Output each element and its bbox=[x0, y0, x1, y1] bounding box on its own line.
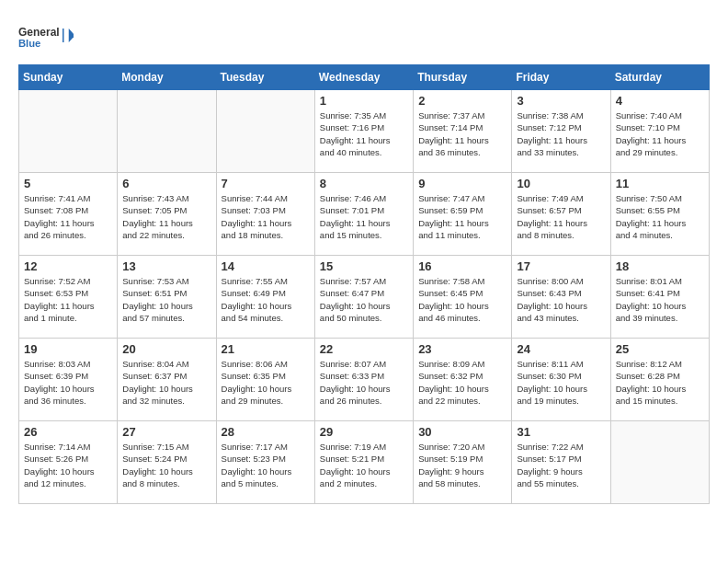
calendar-day-cell: 2Sunrise: 7:37 AM Sunset: 7:14 PM Daylig… bbox=[414, 90, 512, 173]
calendar-day-cell: 25Sunrise: 8:12 AM Sunset: 6:28 PM Dayli… bbox=[610, 339, 709, 421]
logo-svg: General Blue bbox=[18, 18, 74, 55]
calendar-day-cell: 14Sunrise: 7:55 AM Sunset: 6:49 PM Dayli… bbox=[216, 256, 314, 339]
calendar-week-row: 5Sunrise: 7:41 AM Sunset: 7:08 PM Daylig… bbox=[19, 173, 710, 256]
day-number: 5 bbox=[24, 177, 112, 190]
day-number: 21 bbox=[222, 342, 310, 356]
calendar-week-row: 26Sunrise: 7:14 AM Sunset: 5:26 PM Dayli… bbox=[19, 421, 710, 504]
day-number: 20 bbox=[122, 342, 210, 356]
svg-marker-2 bbox=[69, 29, 74, 42]
calendar-day-cell: 22Sunrise: 8:07 AM Sunset: 6:33 PM Dayli… bbox=[314, 339, 413, 421]
calendar-day-cell: 1Sunrise: 7:35 AM Sunset: 7:16 PM Daylig… bbox=[314, 90, 413, 173]
svg-text:General: General bbox=[18, 26, 60, 39]
day-number: 18 bbox=[616, 259, 704, 273]
calendar-day-cell: 26Sunrise: 7:14 AM Sunset: 5:26 PM Dayli… bbox=[19, 421, 118, 504]
day-number: 29 bbox=[320, 425, 408, 439]
calendar-header-saturday: Saturday bbox=[610, 65, 709, 90]
day-number: 6 bbox=[122, 177, 210, 190]
calendar-day-cell: 27Sunrise: 7:15 AM Sunset: 5:24 PM Dayli… bbox=[118, 421, 216, 504]
calendar-day-cell: 20Sunrise: 8:04 AM Sunset: 6:37 PM Dayli… bbox=[118, 339, 216, 421]
day-info: Sunrise: 8:03 AM Sunset: 6:39 PM Dayligh… bbox=[24, 358, 112, 407]
day-info: Sunrise: 7:57 AM Sunset: 6:47 PM Dayligh… bbox=[320, 275, 408, 324]
day-info: Sunrise: 7:20 AM Sunset: 5:19 PM Dayligh… bbox=[418, 441, 506, 489]
calendar-header-thursday: Thursday bbox=[414, 65, 512, 90]
calendar-day-cell: 15Sunrise: 7:57 AM Sunset: 6:47 PM Dayli… bbox=[314, 256, 413, 339]
day-info: Sunrise: 7:40 AM Sunset: 7:10 PM Dayligh… bbox=[616, 109, 704, 158]
day-number: 26 bbox=[24, 425, 112, 439]
day-number: 1 bbox=[320, 94, 408, 108]
day-number: 28 bbox=[222, 425, 310, 439]
day-number: 12 bbox=[24, 259, 112, 273]
day-info: Sunrise: 7:15 AM Sunset: 5:24 PM Dayligh… bbox=[122, 441, 210, 489]
day-number: 30 bbox=[418, 425, 506, 439]
day-info: Sunrise: 8:04 AM Sunset: 6:37 PM Dayligh… bbox=[122, 358, 210, 407]
calendar-header-row: SundayMondayTuesdayWednesdayThursdayFrid… bbox=[19, 65, 710, 90]
day-info: Sunrise: 8:09 AM Sunset: 6:32 PM Dayligh… bbox=[418, 358, 506, 407]
day-info: Sunrise: 7:43 AM Sunset: 7:05 PM Dayligh… bbox=[122, 192, 210, 241]
calendar-day-cell: 12Sunrise: 7:52 AM Sunset: 6:53 PM Dayli… bbox=[19, 256, 118, 339]
day-info: Sunrise: 8:12 AM Sunset: 6:28 PM Dayligh… bbox=[616, 358, 704, 407]
calendar-week-row: 1Sunrise: 7:35 AM Sunset: 7:16 PM Daylig… bbox=[19, 90, 710, 173]
calendar-header-monday: Monday bbox=[118, 65, 216, 90]
calendar-day-cell: 4Sunrise: 7:40 AM Sunset: 7:10 PM Daylig… bbox=[610, 90, 709, 173]
day-info: Sunrise: 7:41 AM Sunset: 7:08 PM Dayligh… bbox=[24, 192, 112, 241]
calendar-day-cell: 7Sunrise: 7:44 AM Sunset: 7:03 PM Daylig… bbox=[216, 173, 314, 256]
day-info: Sunrise: 7:55 AM Sunset: 6:49 PM Dayligh… bbox=[222, 275, 310, 324]
calendar-day-cell: 28Sunrise: 7:17 AM Sunset: 5:23 PM Dayli… bbox=[216, 421, 314, 504]
day-info: Sunrise: 7:49 AM Sunset: 6:57 PM Dayligh… bbox=[517, 192, 605, 241]
day-info: Sunrise: 7:22 AM Sunset: 5:17 PM Dayligh… bbox=[517, 441, 605, 489]
day-info: Sunrise: 7:37 AM Sunset: 7:14 PM Dayligh… bbox=[418, 109, 506, 158]
day-number: 14 bbox=[222, 259, 310, 273]
day-info: Sunrise: 7:14 AM Sunset: 5:26 PM Dayligh… bbox=[24, 441, 112, 489]
day-info: Sunrise: 7:19 AM Sunset: 5:21 PM Dayligh… bbox=[320, 441, 408, 489]
day-number: 3 bbox=[517, 94, 605, 108]
calendar-day-cell bbox=[610, 421, 709, 504]
page-header: General Blue bbox=[18, 18, 710, 55]
svg-text:Blue: Blue bbox=[18, 38, 40, 49]
day-number: 11 bbox=[616, 177, 704, 190]
calendar-day-cell bbox=[216, 90, 314, 173]
day-number: 10 bbox=[517, 177, 605, 190]
day-info: Sunrise: 7:17 AM Sunset: 5:23 PM Dayligh… bbox=[222, 441, 310, 489]
day-number: 7 bbox=[222, 177, 310, 190]
calendar-header-sunday: Sunday bbox=[19, 65, 118, 90]
calendar-day-cell: 8Sunrise: 7:46 AM Sunset: 7:01 PM Daylig… bbox=[314, 173, 413, 256]
calendar-day-cell: 9Sunrise: 7:47 AM Sunset: 6:59 PM Daylig… bbox=[414, 173, 512, 256]
day-number: 9 bbox=[418, 177, 506, 190]
day-info: Sunrise: 7:46 AM Sunset: 7:01 PM Dayligh… bbox=[320, 192, 408, 241]
day-number: 23 bbox=[418, 342, 506, 356]
calendar-day-cell: 13Sunrise: 7:53 AM Sunset: 6:51 PM Dayli… bbox=[118, 256, 216, 339]
calendar-table: SundayMondayTuesdayWednesdayThursdayFrid… bbox=[18, 64, 710, 504]
logo: General Blue bbox=[18, 18, 74, 55]
day-info: Sunrise: 8:00 AM Sunset: 6:43 PM Dayligh… bbox=[517, 275, 605, 324]
day-info: Sunrise: 7:53 AM Sunset: 6:51 PM Dayligh… bbox=[122, 275, 210, 324]
day-info: Sunrise: 8:06 AM Sunset: 6:35 PM Dayligh… bbox=[222, 358, 310, 407]
day-number: 22 bbox=[320, 342, 408, 356]
day-info: Sunrise: 8:07 AM Sunset: 6:33 PM Dayligh… bbox=[320, 358, 408, 407]
calendar-day-cell: 31Sunrise: 7:22 AM Sunset: 5:17 PM Dayli… bbox=[512, 421, 610, 504]
calendar-day-cell: 23Sunrise: 8:09 AM Sunset: 6:32 PM Dayli… bbox=[414, 339, 512, 421]
day-info: Sunrise: 8:11 AM Sunset: 6:30 PM Dayligh… bbox=[517, 358, 605, 407]
day-number: 24 bbox=[517, 342, 605, 356]
day-number: 16 bbox=[418, 259, 506, 273]
calendar-day-cell: 17Sunrise: 8:00 AM Sunset: 6:43 PM Dayli… bbox=[512, 256, 610, 339]
calendar-header-friday: Friday bbox=[512, 65, 610, 90]
calendar-day-cell: 3Sunrise: 7:38 AM Sunset: 7:12 PM Daylig… bbox=[512, 90, 610, 173]
day-number: 19 bbox=[24, 342, 112, 356]
day-info: Sunrise: 7:50 AM Sunset: 6:55 PM Dayligh… bbox=[616, 192, 704, 241]
calendar-day-cell: 19Sunrise: 8:03 AM Sunset: 6:39 PM Dayli… bbox=[19, 339, 118, 421]
calendar-day-cell: 30Sunrise: 7:20 AM Sunset: 5:19 PM Dayli… bbox=[414, 421, 512, 504]
day-number: 31 bbox=[517, 425, 605, 439]
calendar-day-cell: 11Sunrise: 7:50 AM Sunset: 6:55 PM Dayli… bbox=[610, 173, 709, 256]
calendar-day-cell: 29Sunrise: 7:19 AM Sunset: 5:21 PM Dayli… bbox=[314, 421, 413, 504]
calendar-day-cell bbox=[19, 90, 118, 173]
calendar-day-cell: 5Sunrise: 7:41 AM Sunset: 7:08 PM Daylig… bbox=[19, 173, 118, 256]
day-number: 2 bbox=[418, 94, 506, 108]
day-number: 15 bbox=[320, 259, 408, 273]
day-info: Sunrise: 7:52 AM Sunset: 6:53 PM Dayligh… bbox=[24, 275, 112, 324]
calendar-header-wednesday: Wednesday bbox=[314, 65, 413, 90]
day-info: Sunrise: 7:58 AM Sunset: 6:45 PM Dayligh… bbox=[418, 275, 506, 324]
calendar-day-cell: 16Sunrise: 7:58 AM Sunset: 6:45 PM Dayli… bbox=[414, 256, 512, 339]
day-info: Sunrise: 8:01 AM Sunset: 6:41 PM Dayligh… bbox=[616, 275, 704, 324]
day-number: 13 bbox=[122, 259, 210, 273]
calendar-day-cell bbox=[118, 90, 216, 173]
